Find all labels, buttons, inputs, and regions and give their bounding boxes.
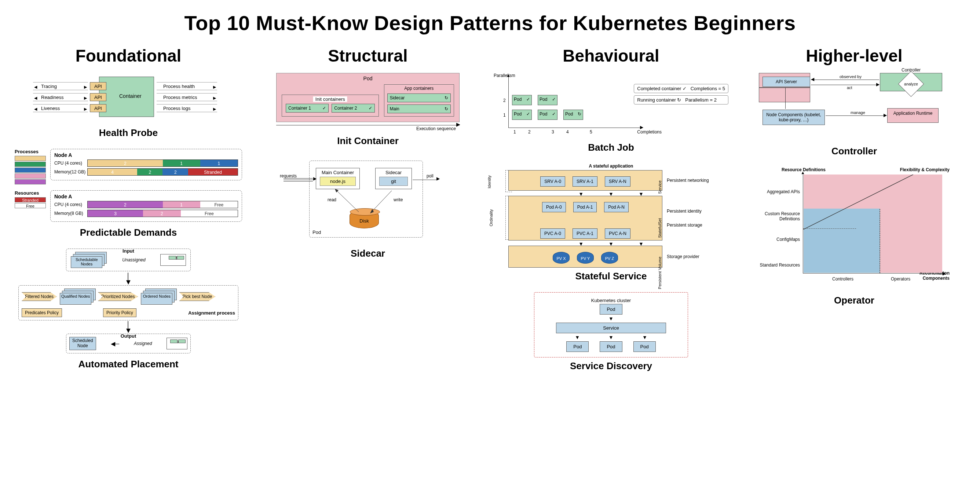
ss-statefulset-label: StatefulSet — [658, 218, 662, 238]
hp-left-tracing: Tracing — [33, 82, 88, 90]
ss-pv-cell: PV X — [553, 252, 570, 263]
line-icon — [826, 116, 886, 116]
op-diagonal-line — [803, 175, 913, 230]
bj-xtick: 4 — [566, 129, 569, 135]
ss-pv-cell: PV Y — [577, 252, 594, 263]
check-icon: ✓ — [552, 97, 556, 102]
check-icon: ✓ — [682, 86, 687, 91]
arrow-down-icon: ▼ — [608, 317, 614, 321]
pd-cpu-label2: CPU (4 cores) — [54, 202, 87, 207]
col-title-structural: Structural — [328, 46, 407, 66]
bar-segment: Free — [181, 210, 238, 217]
pattern-health-probe: Container API API API Tracing Readiness … — [25, 73, 231, 138]
pd-node1-name: Node A — [54, 152, 238, 158]
ic-c2-label: Container 2 — [334, 106, 357, 111]
pd-resources-label: Resources — [15, 190, 46, 196]
svg-line-4 — [803, 175, 913, 230]
bar-segment: 1 — [200, 160, 238, 167]
ss-desc-identity: Persistent identity — [667, 209, 714, 214]
ap-output-box: Output Scheduled Node ◀─ Assigned Pod — [66, 334, 191, 354]
ap-assigned-label: Assigned — [134, 341, 152, 346]
col-foundational: Foundational Container API API API Traci… — [15, 46, 242, 380]
bar-segment: 2 — [88, 201, 163, 208]
bj-pod-label: Pod — [539, 97, 547, 102]
bj-pod-label: Pod — [565, 111, 573, 117]
arrow-right-icon — [413, 179, 438, 180]
ic-axis: Execution sequence — [276, 125, 460, 132]
ss-srv-cell: SRV A-0 — [540, 176, 565, 187]
line-icon — [811, 79, 879, 80]
hp-right-metrics: Process metrics — [157, 93, 217, 101]
ap-chip-prioritized: Prioritized Nodes — [98, 292, 138, 301]
pattern-auto-placement: Input Schedulable Nodes Unassigned Pod │… — [18, 249, 239, 370]
hp-api-2: API — [90, 93, 107, 101]
arrow-down-icon: ▼▼▼ — [508, 192, 714, 196]
sc-poll-label: poll — [426, 173, 434, 179]
ic-pod-label: Pod — [363, 76, 372, 81]
bar-segment: Stranded — [188, 169, 238, 175]
spinner-icon: ↻ — [677, 97, 681, 103]
ss-pod-cell: Pod A-0 — [542, 202, 566, 212]
sd-pod-top: Pod — [600, 304, 622, 314]
ap-schedulable-stack: Schedulable Nodes — [71, 252, 107, 268]
pd-node-2: Node A CPU (4 cores)21Free Memory(8 GB)3… — [50, 190, 242, 222]
arrow-right-icon: ▶ — [876, 82, 880, 87]
bar-segment: 2 — [162, 169, 188, 175]
ss-pod-cell: Pod A-1 — [573, 202, 597, 212]
ss-desc-provider: Storage provider — [662, 254, 714, 259]
ap-chip-predicates: Predicates Policy — [22, 308, 62, 317]
ss-pv-cell: PV Z — [601, 252, 618, 263]
line-icon — [283, 178, 313, 179]
sd-pod-row: Pod Pod Pod — [566, 341, 655, 352]
bj-x-label: Completions — [637, 129, 662, 135]
bj-xtick: 3 — [552, 129, 554, 135]
ss-pv-label: Persistent Volume — [658, 257, 662, 289]
ic-init-group: Init containers Container 1✓ Container 2… — [282, 95, 379, 117]
hp-right-health: Process health — [157, 82, 217, 90]
title-batch: Batch Job — [494, 142, 729, 153]
ap-chip-priority: Priority Policy — [103, 308, 137, 317]
ct-manage-label: manage — [851, 110, 865, 115]
bj-pod: Pod✓ — [538, 109, 557, 120]
pattern-sidecar: Pod Main Containernode.js Sidecargit Dis… — [280, 157, 456, 259]
bj-legend2-label: Running container — [637, 97, 676, 103]
title-sidecar: Sidecar — [280, 248, 456, 259]
swatch-free: Free — [15, 203, 46, 208]
sc-disk: Disk — [350, 210, 379, 228]
pd-bar-mem1: Memory(12 GB)422Stranded — [54, 168, 238, 176]
bar-segment: 2 — [88, 160, 163, 167]
ic-main: Main↻ — [387, 105, 451, 113]
col-title-higher: Higher-level — [806, 46, 902, 66]
hp-container-label: Container — [119, 93, 142, 99]
bj-legend-row2: Running container ↻ Parallelism = 2 — [634, 95, 729, 105]
pattern-controller: API Server Controller analyze Node Compo… — [759, 73, 950, 157]
ap-schedulable-card: Schedulable Nodes — [71, 256, 102, 268]
ct-observed-label: observed by — [840, 75, 862, 79]
ct-node-box: Node Components (kubelet, kube-proxy, …) — [762, 109, 825, 125]
bj-pod-running: Pod↻ — [563, 109, 583, 120]
swatch-stranded: Stranded — [15, 197, 46, 202]
line-icon — [785, 87, 786, 109]
ic-container2: Container 2✓ — [332, 104, 374, 113]
sd-service-box: Service — [556, 323, 666, 333]
bj-pod-label: Pod — [539, 111, 547, 117]
title-auto-placement: Automated Placement — [18, 359, 239, 370]
ic-app-group: App containers Sidecar↻ Main↻ — [384, 84, 454, 117]
ic-pod-box: Pod Init containers Container 1✓ Contain… — [276, 73, 460, 122]
title-health-probe: Health Probe — [25, 127, 231, 138]
swatch-purple — [15, 179, 46, 184]
pattern-operator: Resource Definitions Flexibility & Compl… — [759, 167, 950, 306]
diagram-init-container: Pod Init containers Container 1✓ Contain… — [276, 73, 460, 132]
op-xlabel: Operators — [891, 276, 910, 282]
ic-sidecar-label: Sidecar — [390, 95, 405, 100]
bj-legend1r: Completions = 5 — [690, 86, 725, 91]
ss-srv-cell: SRV A-N — [605, 176, 630, 187]
ct-controller-box: Controller analyze — [880, 73, 942, 91]
bj-legend-row1: Completed container ✓ Completions = 5 — [634, 84, 729, 93]
op-ylabel: Custom Resource Definitions — [759, 211, 800, 221]
ap-ordered-stack: Ordered Nodes — [141, 289, 176, 305]
ap-pod-input: Pod — [160, 254, 186, 266]
ap-pod-output: Pod — [167, 338, 188, 349]
bj-pod: Pod✓ — [538, 95, 557, 105]
ic-axis-label: Execution sequence — [416, 126, 456, 131]
